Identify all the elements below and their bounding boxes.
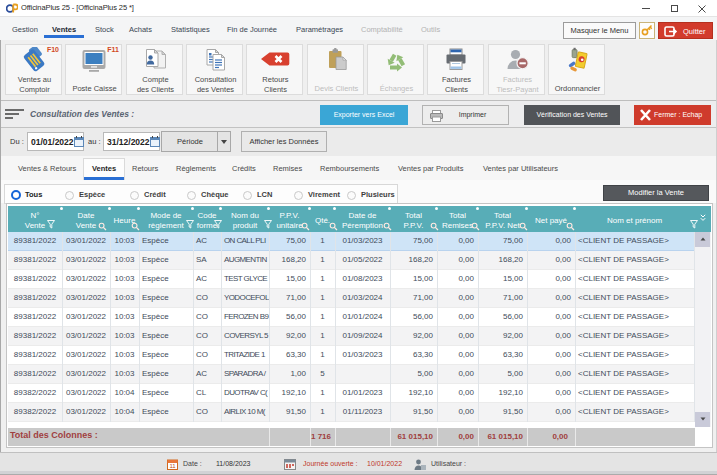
svg-text:11: 11: [169, 463, 176, 469]
